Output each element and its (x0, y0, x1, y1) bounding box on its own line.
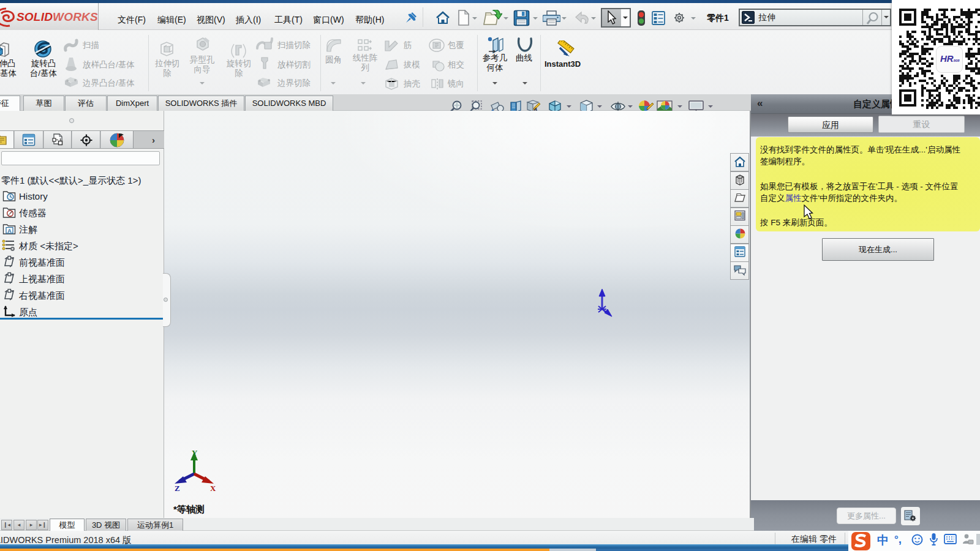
svg-text:X: X (210, 484, 216, 491)
svg-text:Y: Y (192, 448, 198, 457)
svg-text:A: A (7, 228, 12, 234)
svg-text:Z: Z (175, 484, 180, 491)
